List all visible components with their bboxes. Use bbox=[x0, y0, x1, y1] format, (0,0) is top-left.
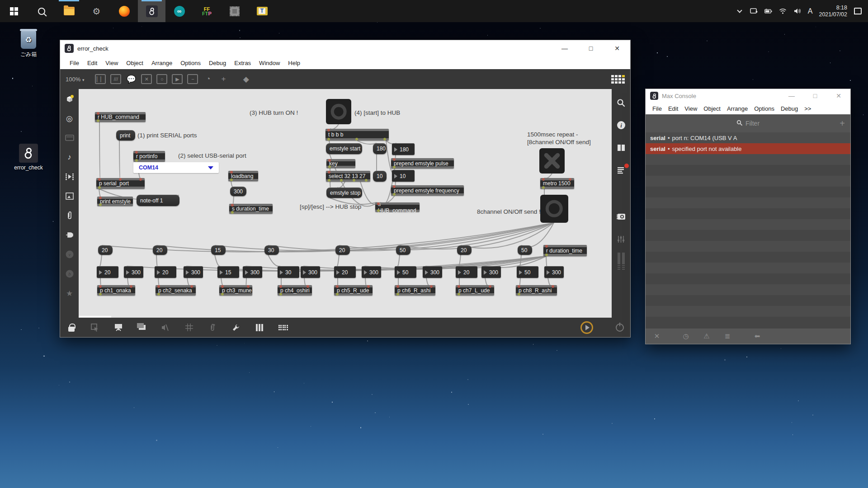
presentation-mode-icon[interactable] bbox=[113, 323, 123, 333]
console-row[interactable] bbox=[646, 252, 850, 263]
beap-icon[interactable]: b bbox=[64, 268, 75, 279]
taskbar-teraterm[interactable]: T bbox=[248, 0, 276, 22]
maximize-button[interactable]: □ bbox=[803, 89, 827, 103]
piano-keys-icon[interactable] bbox=[255, 323, 264, 333]
audio-target-icon[interactable]: ◎ bbox=[64, 113, 75, 124]
attach-paperclip-icon[interactable] bbox=[208, 323, 217, 333]
console-row[interactable]: serial•specified port not available bbox=[646, 143, 850, 154]
maximize-button[interactable]: □ bbox=[578, 40, 604, 56]
menu-item-file[interactable]: File bbox=[649, 104, 665, 113]
object-browser-icon[interactable] bbox=[64, 94, 75, 104]
ch8-number[interactable]: 50 bbox=[517, 266, 538, 278]
grid-snap-icon[interactable] bbox=[184, 323, 194, 333]
minimize-button[interactable]: — bbox=[552, 40, 578, 56]
battery-icon[interactable] bbox=[764, 7, 773, 15]
video-filmstrip-icon[interactable] bbox=[64, 171, 75, 182]
subpatch-ch1-onaka[interactable]: p ch1_onaka bbox=[97, 285, 135, 296]
console-filterbar[interactable]: Filter + bbox=[646, 114, 850, 132]
console-row[interactable] bbox=[646, 219, 850, 230]
patcher-titlebar[interactable]: error_check — □ ✕ bbox=[60, 40, 630, 56]
ch5-number[interactable]: 20 bbox=[334, 266, 356, 278]
console-row[interactable] bbox=[646, 165, 850, 176]
reference-sidebar-icon[interactable] bbox=[616, 142, 627, 153]
menu-item-help[interactable]: Help bbox=[284, 59, 304, 67]
menu-item-edit[interactable]: Edit bbox=[665, 104, 681, 113]
lock-patcher-icon[interactable] bbox=[66, 323, 76, 333]
add-more-icon[interactable]: + bbox=[218, 74, 229, 84]
ch3-msg[interactable]: 15 bbox=[211, 245, 226, 255]
taskbar-max[interactable] bbox=[138, 0, 165, 22]
search-sidebar-icon[interactable] bbox=[616, 97, 627, 108]
ch8-number-300[interactable]: 300 bbox=[544, 266, 564, 278]
wifi-icon[interactable] bbox=[779, 7, 787, 15]
snapshot-camera-icon[interactable] bbox=[616, 211, 627, 222]
send-duration-time[interactable]: s duration_time bbox=[229, 204, 273, 214]
filter-input[interactable]: Filter bbox=[745, 120, 760, 127]
receive-hub-command[interactable]: r HUB_command bbox=[95, 112, 146, 122]
start-bang-button[interactable] bbox=[326, 99, 351, 124]
taskbar-file-explorer[interactable] bbox=[55, 0, 83, 22]
emstyle-stop-message[interactable]: emstyle stop bbox=[326, 188, 362, 198]
new-comment-icon[interactable]: 💬 bbox=[126, 74, 137, 84]
menu-item-view[interactable]: View bbox=[681, 104, 700, 113]
print-emstyle[interactable]: print emstyle bbox=[97, 197, 133, 206]
ch2-number-300[interactable]: 300 bbox=[184, 266, 203, 278]
taskbar-firefox[interactable] bbox=[110, 0, 138, 22]
menu-item-[interactable]: >> bbox=[801, 104, 814, 113]
level-meter-icon[interactable] bbox=[616, 256, 627, 267]
back-arrow-icon[interactable]: ⬅ bbox=[752, 332, 762, 340]
console-row[interactable] bbox=[646, 284, 850, 295]
ch2-number[interactable]: 20 bbox=[155, 266, 176, 278]
taskbar-search-button[interactable] bbox=[28, 0, 55, 22]
menu-item-object[interactable]: Object bbox=[700, 104, 724, 113]
send-hub-command[interactable]: s HUB_command bbox=[375, 202, 420, 212]
number-180[interactable]: 180 bbox=[392, 143, 415, 155]
music-note-icon[interactable]: ♪ bbox=[64, 152, 75, 163]
console-row[interactable] bbox=[646, 295, 850, 306]
ch4-msg[interactable]: 30 bbox=[264, 245, 279, 255]
new-object-icon[interactable]: ▏▏ bbox=[95, 74, 106, 84]
new-slider-icon[interactable]: − bbox=[187, 74, 198, 84]
filter-add-icon[interactable]: + bbox=[840, 118, 845, 129]
msg-180[interactable]: 180 bbox=[373, 143, 387, 154]
menu-item-window[interactable]: Window bbox=[255, 59, 284, 67]
zoom-level-dropdown[interactable]: 100% ▾ bbox=[66, 76, 84, 83]
menu-item-debug[interactable]: Debug bbox=[778, 104, 801, 113]
new-dial-icon[interactable]: ◔ bbox=[203, 74, 213, 84]
loadbang[interactable]: loadbang bbox=[228, 171, 258, 181]
prepend-frequency[interactable]: prepend emstyle frequency bbox=[391, 185, 464, 196]
menu-item-options[interactable]: Options bbox=[751, 104, 778, 113]
menu-item-extras[interactable]: Extras bbox=[230, 59, 255, 67]
vimeo-icon[interactable]: v bbox=[64, 249, 75, 260]
sort-messages-icon[interactable]: ≣ bbox=[722, 332, 732, 340]
ch5-msg[interactable]: 20 bbox=[335, 245, 350, 255]
ch6-number[interactable]: 50 bbox=[395, 266, 416, 278]
desktop-icon-recycle-bin[interactable]: ♻ ごみ箱 bbox=[8, 31, 49, 58]
subpatch-ch5-r-ude[interactable]: p ch5_R_ude bbox=[334, 285, 373, 296]
patch-canvas[interactable]: r HUB_commandprint(1) print SERIAL ports… bbox=[79, 89, 612, 318]
ch1-msg[interactable]: 20 bbox=[98, 245, 113, 255]
ch6-number-300[interactable]: 300 bbox=[423, 266, 442, 278]
paint-bucket-icon[interactable]: ◆ bbox=[241, 74, 251, 84]
select-object[interactable]: select 32 13 27 bbox=[326, 171, 370, 182]
console-row[interactable] bbox=[646, 241, 850, 252]
metro-toggle[interactable] bbox=[539, 148, 565, 174]
taskbar-clock[interactable]: 8:182021/07/02 bbox=[819, 5, 847, 18]
menu-item-arrange[interactable]: Arrange bbox=[147, 59, 176, 67]
taskbar-ffftp[interactable]: FFFTP bbox=[193, 0, 221, 22]
console-row[interactable] bbox=[646, 154, 850, 165]
action-center-icon[interactable] bbox=[854, 7, 862, 15]
console-row[interactable]: serial•port n: COM14 (USB V A bbox=[646, 132, 850, 143]
close-button[interactable]: ✕ bbox=[604, 40, 630, 56]
console-row[interactable] bbox=[646, 197, 850, 208]
ch4-number[interactable]: 30 bbox=[278, 266, 299, 278]
subpatch-ch6-r-ashi[interactable]: p ch6_R_ashi bbox=[395, 285, 435, 296]
taskbar-arduino[interactable]: ∞ bbox=[165, 0, 193, 22]
favorites-star-icon[interactable]: ★ bbox=[64, 288, 75, 299]
menu-item-debug[interactable]: Debug bbox=[205, 59, 230, 67]
prepend-pulse[interactable]: prepend emstyle pulse bbox=[391, 158, 454, 169]
ch7-number[interactable]: 20 bbox=[456, 266, 477, 278]
inspector-info-icon[interactable]: i bbox=[616, 120, 627, 131]
ch2-msg[interactable]: 20 bbox=[153, 245, 167, 255]
minimize-button[interactable]: — bbox=[780, 89, 803, 103]
